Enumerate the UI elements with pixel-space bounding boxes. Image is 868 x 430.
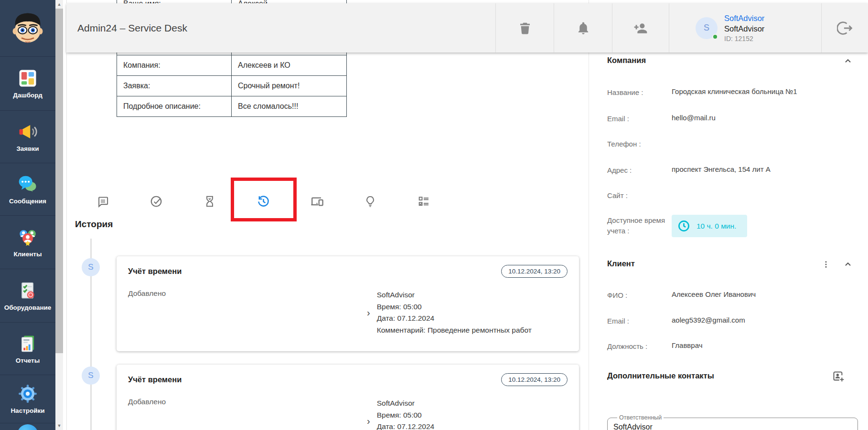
logout-icon [837,20,853,36]
devices-icon [310,195,324,209]
scrollbar[interactable]: ▲ ▼ [55,0,63,430]
table-row: Компания: Алексеев и КО [117,55,347,76]
available-time-value: 10 ч. 0 мин. [697,222,736,231]
field-label: Email : [607,114,669,124]
sidebar-item-label: Оборудование [4,304,52,311]
sidebar-item-label: Сообщения [9,198,46,205]
sidebar: Дашборд Заявки Сообщения [0,0,55,430]
detail-line: Время: 05:00 [377,301,564,313]
tab-time-tracking[interactable] [199,191,220,212]
app-header: Admin24 – Service Desk S SoftAdvisor Sof… [66,3,868,52]
clock-icon [677,220,690,232]
sidebar-item-label: Отчеты [16,357,40,364]
responsible-field[interactable]: Ответственный SoftAdvisor [607,414,858,430]
responsible-value: SoftAdvisor [613,423,852,430]
company-section-title: Компания [607,56,646,65]
available-time-badge: 10 ч. 0 мин. [672,215,747,237]
equipment-icon [18,281,38,301]
notifications-button[interactable] [554,3,612,52]
field-value: Алексеев Олег Иванович [672,290,858,298]
table-row-label: Компания: [117,55,232,76]
person-add-box-icon [832,370,845,383]
sidebar-item-requests[interactable]: Заявки [0,111,55,163]
detail-line: Комментарий: Проведение ремонтных работ [377,325,564,336]
sidebar-item-label: Клиенты [14,251,42,258]
history-entry-card: Учёт времени 10.12.2024, 13:20 Добавлено… [117,365,579,430]
tab-devices[interactable] [306,191,327,212]
client-menu-button[interactable] [819,258,833,271]
sidebar-item-clients[interactable]: Клиенты [0,216,55,269]
entry-action-label: Добавлено [128,398,166,430]
scroll-down-button[interactable]: ▼ [55,422,63,430]
field-value: Главврач [672,341,858,349]
tab-ideas[interactable] [360,191,381,212]
tab-history[interactable] [253,191,274,212]
detail-line: SoftAdvisor [377,398,564,409]
sidebar-item-equipment[interactable]: Оборудование [0,269,55,323]
user-avatar: S [696,17,718,39]
expand-chevron-icon[interactable]: › [367,308,370,317]
user-id: ID: 12152 [724,34,764,43]
entry-details: SoftAdvisor Время: 05:00 Дата: 07.12.202… [377,398,564,430]
right-panel: Компания Название : Городская клиническа… [589,0,868,430]
check-circle-icon [150,195,163,208]
online-status-dot [712,34,718,40]
page-title: Admin24 – Service Desk [66,22,187,34]
hourglass-icon [204,195,216,208]
tab-checklist[interactable] [413,191,434,212]
sidebar-item-label: Заявки [16,145,39,152]
field-label: Должность : [607,341,669,352]
sidebar-item-reports[interactable]: Отчеты [0,323,55,375]
sidebar-item-settings[interactable]: Настройки [0,375,55,423]
user-account-link[interactable]: SoftAdvisor [724,13,764,23]
help-button[interactable]: ? [0,423,55,430]
field-label: ФИО : [607,290,669,301]
app-logo-avatar [0,0,55,57]
expand-chevron-icon[interactable]: › [367,416,370,426]
avatar-face-icon [9,10,46,47]
detail-line: SoftAdvisor [377,289,564,301]
user-avatar-initial: S [704,23,709,33]
user-menu[interactable]: S SoftAdvisor SoftAdvisor ID: 12152 [669,3,821,52]
megaphone-icon [18,122,38,142]
timeline-avatar: S [82,367,100,385]
sidebar-item-messages[interactable]: Сообщения [0,163,55,216]
table-row-value: Алексеев и КО [232,55,347,76]
company-collapse-button[interactable] [841,54,855,68]
sidebar-item-dashboard[interactable]: Дашборд [0,57,55,111]
reports-icon [18,334,38,354]
trash-button[interactable] [495,3,554,52]
question-icon: ? [17,424,38,430]
scrollbar-thumb[interactable] [55,9,63,353]
history-icon [257,195,270,209]
table-row: Подробное описание: Все сломалось!!! [117,96,347,117]
detail-line: Время: 05:00 [377,409,564,421]
user-name: SoftAdvisor [724,23,764,34]
field-value: Городская клиническая больница №1 [672,87,858,95]
clients-icon [18,227,38,247]
logout-button[interactable] [821,3,868,52]
entry-timestamp-badge: 10.12.2024, 13:20 [501,373,568,386]
history-section-title: История [75,219,113,230]
scroll-up-button[interactable]: ▲ [55,0,63,8]
detail-line: Дата: 07.12.2024 [377,313,564,325]
field-label: Адрес : [607,165,669,176]
entry-details: SoftAdvisor Время: 05:00 Дата: 07.12.202… [377,289,564,336]
detail-tabs [92,191,434,212]
dashboard-icon [18,68,38,88]
field-label: Название : [607,87,669,98]
client-collapse-button[interactable] [841,258,855,271]
client-section-title: Клиент [607,259,635,268]
entry-title: Учёт времени [128,267,182,276]
add-user-button[interactable] [612,3,669,52]
person-add-icon [633,21,648,36]
tab-tasks[interactable] [146,191,167,212]
add-contact-button[interactable] [830,368,846,384]
field-label: Телефон : [607,139,669,149]
timeline-avatar: S [82,258,100,276]
tab-comments[interactable] [92,191,113,212]
entry-action-label: Добавлено [128,289,166,336]
bell-icon [576,21,590,35]
table-row-value: Все сломалось!!! [232,96,347,117]
field-label: Email : [607,316,669,326]
